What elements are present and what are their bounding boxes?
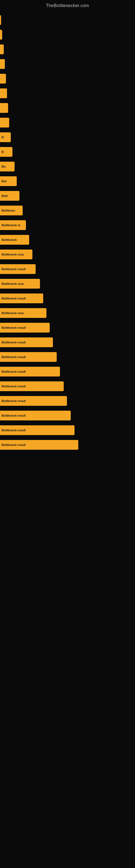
bar-item[interactable]	[0, 103, 8, 113]
bar-row: B	[0, 145, 135, 159]
bar-item[interactable]: Bottleneck result	[0, 337, 53, 347]
bar-item[interactable]: Bottleneck result	[0, 264, 36, 274]
bar-item[interactable]	[0, 88, 7, 98]
bar-item[interactable]	[0, 15, 1, 25]
bar-label: Bott	[0, 194, 8, 197]
bar-item[interactable]: B	[0, 147, 12, 157]
bar-label: Bottleneck resu	[0, 311, 24, 315]
bar-item[interactable]: Bottleneck result	[0, 381, 64, 391]
bar-item[interactable]: Bottleneck result	[0, 411, 71, 421]
bar-row: Bottleneck resu	[0, 277, 135, 291]
bar-item[interactable]: Bottleneck result	[0, 367, 60, 376]
bar-item[interactable]	[0, 30, 2, 40]
bar-label: Bottleneck result	[0, 414, 26, 417]
bar-row: Bottleneck result	[0, 262, 135, 276]
bar-row: Bott	[0, 189, 135, 203]
bar-label: Bottleneck result	[0, 384, 26, 388]
bar-label: Bot	[0, 180, 6, 183]
bar-row	[0, 116, 135, 130]
bar-label: Bottleneck result	[0, 429, 26, 432]
bar-row: Bottleneck resu	[0, 306, 135, 320]
bar-item[interactable]: Bo	[0, 162, 14, 172]
bar-row: Bottleneck resu	[0, 247, 135, 261]
bar-item[interactable]: Bottleneck re	[0, 220, 26, 230]
bar-item[interactable]: B	[0, 132, 11, 142]
bar-item[interactable]: Bottleneck resu	[0, 279, 40, 289]
bar-row: Bottleneck re	[0, 218, 135, 232]
bar-item[interactable]: Bottleneck result	[0, 440, 78, 450]
bar-item[interactable]: Bottleneck result	[0, 396, 67, 406]
bar-item[interactable]	[0, 59, 5, 69]
bar-label: Bottleneck	[0, 238, 17, 241]
bar-label: Bottleneck re	[0, 223, 20, 227]
bar-row: Bottleneck result	[0, 350, 135, 364]
bar-label: Bo	[0, 165, 6, 168]
bar-row	[0, 28, 135, 42]
bar-label: B	[0, 150, 4, 154]
bar-row: Bottlenec	[0, 204, 135, 218]
bar-row	[0, 42, 135, 56]
bar-label: Bottleneck result	[0, 341, 26, 344]
bar-label: Bottleneck result	[0, 268, 26, 271]
bar-row: Bottleneck result	[0, 365, 135, 379]
bar-item[interactable]: Bottleneck	[0, 235, 29, 245]
bar-label: Bottleneck resu	[0, 282, 24, 285]
bar-item[interactable]	[0, 74, 6, 84]
bar-label: Bottlenec	[0, 209, 15, 212]
bar-row: Bot	[0, 174, 135, 188]
bar-label: Bottleneck result	[0, 355, 26, 359]
bar-label: Bottleneck result	[0, 399, 26, 403]
bar-item[interactable]: Bottleneck result	[0, 425, 75, 435]
bar-label: Bottleneck result	[0, 326, 26, 329]
bar-item[interactable]: Bottlenec	[0, 206, 23, 215]
bar-row: Bo	[0, 159, 135, 174]
bar-row	[0, 13, 135, 27]
bar-item[interactable]: Bottleneck resu	[0, 250, 32, 259]
bar-row	[0, 57, 135, 71]
bar-row: Bottleneck result	[0, 379, 135, 393]
bar-item[interactable]: Bot	[0, 176, 17, 186]
bar-item[interactable]: Bottleneck resu	[0, 308, 46, 318]
bar-row: Bottleneck result	[0, 438, 135, 452]
site-title: TheBottlenecker.com	[0, 0, 135, 10]
bar-row: Bottleneck result	[0, 423, 135, 437]
bar-row	[0, 101, 135, 115]
bar-label: Bottleneck result	[0, 297, 26, 300]
bar-label: Bottleneck result	[0, 370, 26, 373]
bar-item[interactable]: Bottleneck result	[0, 323, 50, 333]
bar-item[interactable]: Bottleneck result	[0, 352, 57, 362]
bar-item[interactable]	[0, 44, 4, 54]
bar-item[interactable]: Bott	[0, 191, 19, 201]
bar-row: Bottleneck result	[0, 335, 135, 349]
bar-row	[0, 86, 135, 100]
bars-container: BBBoBotBottBottlenecBottleneck reBottlen…	[0, 10, 135, 455]
bar-row: Bottleneck result	[0, 321, 135, 335]
bar-row: Bottleneck result	[0, 394, 135, 408]
bar-row: Bottleneck result	[0, 408, 135, 423]
bar-label: B	[0, 135, 4, 139]
bar-item[interactable]	[0, 118, 9, 127]
bar-label: Bottleneck result	[0, 443, 26, 446]
bar-row: Bottleneck result	[0, 291, 135, 305]
bar-item[interactable]: Bottleneck result	[0, 293, 43, 303]
bar-row: Bottleneck	[0, 233, 135, 247]
bar-label: Bottleneck resu	[0, 253, 24, 256]
bar-row	[0, 72, 135, 86]
bar-row: B	[0, 130, 135, 144]
